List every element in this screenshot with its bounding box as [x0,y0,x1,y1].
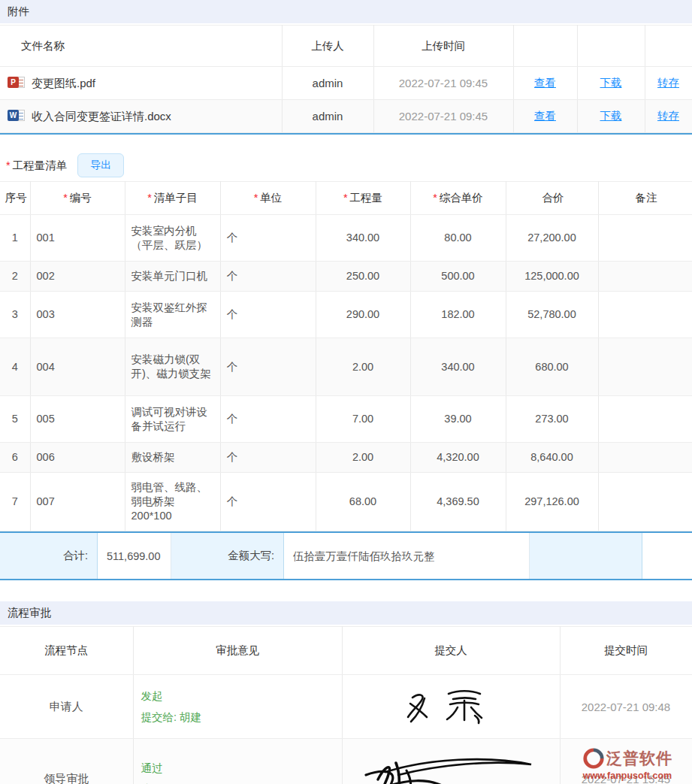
col-header-unit-price: *综合单价 [410,182,506,215]
boq-section-title: * 工程量清单 导出 [0,150,692,181]
file-name-cell: P 变更图纸.pdf [0,67,282,100]
col-header-action-3 [645,26,692,67]
file-name: 变更图纸.pdf [32,77,95,89]
col-header-uploader: 上传人 [282,26,373,67]
approval-section-header: 流程审批 [0,601,692,625]
total-label: 合计: [0,533,98,579]
boq-row: 6006 敷设桥架个 2.004,320.00 8,640.00 [0,443,692,473]
uploader-cell: admin [282,100,373,133]
approval-table: 流程节点 审批意见 提交人 提交时间 申请人 发起 提交给: 胡建 [0,626,692,784]
download-link[interactable]: 下载 [600,77,622,89]
boq-header-row: 序号 *编号 *清单子目 *单位 *工程量 *综合单价 合价 备注 [0,182,692,215]
boq-row: 7007 弱电管、线路、弱电桥架200*100个 68.004,369.50 2… [0,473,692,531]
col-header-seq: 序号 [0,182,30,215]
col-header-quantity: *工程量 [316,182,410,215]
col-header-unit: *单位 [220,182,316,215]
col-header-submit-time: 提交时间 [560,627,692,675]
total-value: 511,699.00 [98,533,171,579]
attachment-row: W 收入合同变更签证详情.docx admin 2022-07-21 09:45… [0,100,692,133]
uploader-cell: admin [282,67,373,100]
file-name-cell: W 收入合同变更签证详情.docx [0,100,282,133]
col-header-item: *清单子目 [125,182,220,215]
upload-time-cell: 2022-07-21 09:45 [373,67,513,100]
col-header-upload-time: 上传时间 [373,26,513,67]
col-header-action-2 [577,26,645,67]
approval-opinion-cell: 发起 提交给: 胡建 [133,675,342,739]
boq-table: 序号 *编号 *清单子目 *单位 *工程量 *综合单价 合价 备注 1001 安… [0,181,692,531]
amount-caps-label: 金额大写: [171,533,284,579]
approval-row: 申请人 发起 提交给: 胡建 [0,675,692,739]
col-header-action-1 [513,26,577,67]
signature-cell [342,739,560,784]
col-header-flow-node: 流程节点 [0,627,133,675]
signature-image-zhanglin [402,687,500,726]
transfer-link[interactable]: 转存 [657,77,679,89]
boq-totals-row: 合计: 511,699.00 金额大写: 伍拾壹万壹仟陆佰玖拾玖元整 [0,531,692,580]
col-header-approval-opinion: 审批意见 [133,627,342,675]
submit-time-cell: 2022-07-21 15:45 [560,739,692,784]
attachments-table: 文件名称 上传人 上传时间 P 变更图纸.pdf admin 2022-07-2… [0,25,692,133]
col-header-file-name: 文件名称 [0,26,282,67]
flow-node-cell: 申请人 [0,675,133,739]
boq-row: 5005 调试可视对讲设备并试运行个 7.0039.00 273.00 [0,396,692,443]
signature-image-hujian [357,749,545,784]
export-button[interactable]: 导出 [77,153,124,177]
signature-cell [342,675,560,739]
boq-row: 2002 安装单元门口机个 250.00500.00 125,000.00 [0,262,692,292]
col-header-remark: 备注 [598,182,692,215]
required-asterisk: * [6,159,11,171]
boq-title-label: 工程量清单 [13,159,68,173]
attachment-row: P 变更图纸.pdf admin 2022-07-21 09:45 查看 下载 … [0,67,692,100]
approval-opinion-cell: 通过 流程结束 [133,739,342,784]
col-header-code: *编号 [30,182,125,215]
totals-empty-cell [530,533,642,579]
amount-caps-value: 伍拾壹万壹仟陆佰玖拾玖元整 [284,533,530,579]
upload-time-cell: 2022-07-21 09:45 [373,100,513,133]
attachments-header-row: 文件名称 上传人 上传时间 [0,26,692,67]
boq-row: 1001 安装室内分机（平层、跃层）个 340.0080.00 27,200.0… [0,215,692,262]
approval-header-row: 流程节点 审批意见 提交人 提交时间 [0,627,692,675]
boq-row: 3003 安装双鉴红外探测器个 290.00182.00 52,780.00 [0,292,692,338]
approval-row: 领导审批 通过 流程结束 2022-07-21 15:45 [0,739,692,784]
transfer-link[interactable]: 转存 [657,110,679,122]
download-link[interactable]: 下载 [600,110,622,122]
word-file-icon: W [8,109,26,123]
flow-node-cell: 领导审批 [0,739,133,784]
submit-time-cell: 2022-07-21 09:48 [560,675,692,739]
attachments-section-header: 附件 [0,0,692,23]
pdf-file-icon: P [8,76,26,89]
file-name: 收入合同变更签证详情.docx [32,110,171,123]
view-link[interactable]: 查看 [534,110,556,122]
col-header-total-price: 合价 [506,182,598,215]
totals-empty-cell [642,533,692,579]
view-link[interactable]: 查看 [534,77,556,89]
col-header-submitter: 提交人 [342,627,560,675]
boq-row: 4004 安装磁力锁(双开)、磁力锁支架个 2.00340.00 680.00 [0,338,692,396]
